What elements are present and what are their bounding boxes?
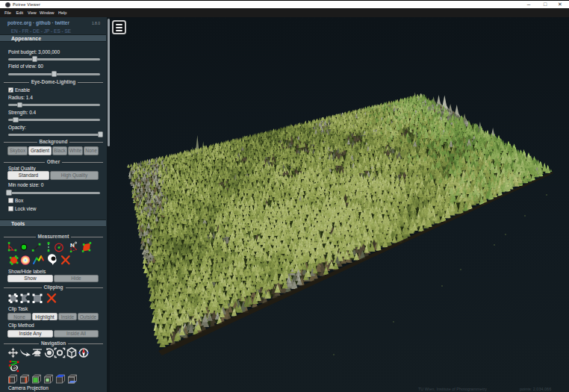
svg-text:TU Wien, Institute of Photogra: TU Wien, Institute of Photogrammetry — [418, 387, 487, 391]
svg-text:points: 2,034,066: points: 2,034,066 — [520, 387, 551, 391]
